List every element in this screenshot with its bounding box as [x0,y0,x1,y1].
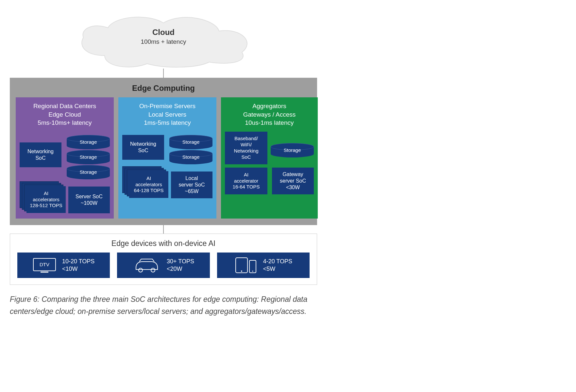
storage-label: Storage [169,139,212,145]
storage-label: Storage [271,147,314,153]
tier-line2: Local Servers [122,110,212,119]
tier-purple: Regional Data Centers Edge Cloud 5ms-10m… [16,97,114,219]
edge-computing-layer: Edge Computing Regional Data Centers Edg… [10,78,317,225]
networking-chip: NetworkingSoC [20,142,61,167]
figure-caption: Figure 6: Comparing the three main SoC a… [10,293,317,318]
tier-line2: Gateways / Access [225,110,314,119]
ai-accelerator-chip: AIaccelerators128-512 TOPS [26,186,66,213]
storage-stack: Storage [271,140,314,156]
cloud-layer: Cloud 100ms + latency [65,13,262,69]
storage-stack: Storage Storage Storage [67,132,110,178]
tier-line1: Aggregators [225,102,314,110]
device-card-tv: DTV 10-20 TOPS <10W [17,253,110,278]
device-power: <10W [62,265,94,273]
connector-cloud-edge [163,69,164,78]
device-card-car: 30+ TOPS <20W [117,253,210,278]
connector-edge-devices [163,225,164,234]
tier-line1: Regional Data Centers [20,102,110,110]
tier-header: Regional Data Centers Edge Cloud 5ms-10m… [20,102,110,127]
tier-latency: 5ms-10ms+ latency [20,119,110,127]
storage-cylinder: Storage [271,143,314,156]
tier-header: On-Premise Servers Local Servers 1ms-5ms… [122,102,212,127]
device-tops: 10-20 TOPS [62,258,94,265]
tier-line1: On-Premise Servers [122,102,212,110]
storage-label: Storage [67,139,110,145]
devices-title: Edge devices with on-device AI [17,237,310,253]
storage-stack: Storage Storage [169,132,212,163]
tv-icon: DTV [33,257,56,273]
device-card-mobile: 4-20 TOPS <5W [217,253,310,278]
storage-label: Storage [169,154,212,160]
server-soc-chip: Localserver SoC~65W [171,172,212,198]
storage-cylinder: Storage [67,135,110,148]
storage-cylinder: Storage [67,150,110,163]
device-specs: 10-20 TOPS <10W [62,258,94,273]
svg-point-6 [241,270,242,272]
device-specs: 30+ TOPS <20W [167,258,194,273]
tier-latency: 1ms-5ms latency [122,119,212,127]
ai-accelerator-chip: AIaccelerators64-128 TOPS [129,171,168,198]
edge-computing-diagram: Cloud 100ms + latency Edge Computing Reg… [10,13,317,318]
server-soc-chip: Server SoC~100W [68,187,110,213]
edge-tiers: Regional Data Centers Edge Cloud 5ms-10m… [16,97,311,219]
storage-cylinder: Storage [169,135,212,148]
mobile-devices-icon [234,256,257,274]
device-row: DTV 10-20 TOPS <10W 30+ TOPS <20W [17,253,310,278]
ai-accelerator-chip: AIaccelerator16-64 TOPS [225,168,267,194]
storage-label: Storage [67,154,110,160]
svg-point-3 [139,268,143,272]
svg-point-4 [151,268,155,272]
networking-chip: NetworkingSoC [122,135,164,160]
tier-line2: Edge Cloud [20,110,110,119]
device-tops: 30+ TOPS [167,258,194,265]
car-icon [133,257,161,273]
svg-text:DTV: DTV [40,262,49,267]
storage-cylinder: Storage [169,150,212,163]
cloud-title: Cloud [65,28,262,37]
svg-point-8 [252,270,253,271]
device-power: <5W [263,265,292,273]
ai-accelerator-stack: AIaccelerators128-512 TOPS [20,181,65,213]
device-power: <20W [167,265,194,273]
server-soc-chip: Gatewayserver SoC<30W [272,168,314,194]
tier-latency: 10us-1ms latency [225,119,314,127]
storage-cylinder: Storage [67,165,110,178]
edge-title: Edge Computing [16,82,311,97]
networking-chip: Baseband/WiFi/NetworkingSoC [225,132,267,164]
device-tops: 4-20 TOPS [263,258,292,265]
tier-green: Aggregators Gateways / Access 10us-1ms l… [221,97,318,219]
device-specs: 4-20 TOPS <5W [263,258,292,273]
storage-label: Storage [67,169,110,175]
cloud-latency: 100ms + latency [65,38,262,45]
edge-devices-layer: Edge devices with on-device AI DTV 10-20… [10,234,317,285]
tier-header: Aggregators Gateways / Access 10us-1ms l… [225,102,314,127]
ai-accelerator-stack: AIaccelerators64-128 TOPS [122,166,168,198]
tier-blue: On-Premise Servers Local Servers 1ms-5ms… [118,97,216,219]
